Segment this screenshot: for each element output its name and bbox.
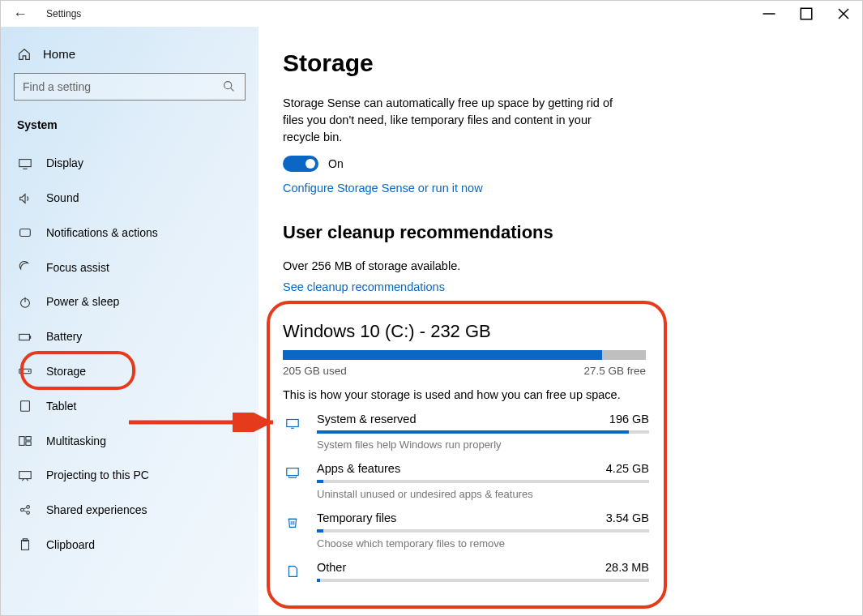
sidebar-item-label: Clipboard [46, 538, 95, 551]
category-size: 28.3 MB [605, 561, 649, 574]
category-apps-features[interactable]: Apps & features4.25 GB Uninstall unused … [283, 462, 649, 500]
back-button[interactable]: ← [1, 1, 40, 27]
sidebar-item-shared-experiences[interactable]: Shared experiences [14, 493, 246, 528]
sidebar-item-label: Storage [46, 365, 86, 378]
svg-line-5 [231, 88, 234, 92]
category-name: Temporary files [317, 511, 396, 524]
sidebar-item-clipboard[interactable]: Clipboard [14, 527, 246, 562]
sidebar-item-home[interactable]: Home [14, 41, 246, 73]
svg-rect-15 [21, 401, 30, 412]
sidebar-item-label: Multitasking [46, 434, 106, 447]
svg-rect-8 [20, 229, 31, 237]
cleanup-heading: User cleanup recommendations [283, 222, 833, 243]
sidebar-item-label: Power & sleep [46, 295, 119, 308]
close-button[interactable] [825, 1, 862, 27]
svg-rect-27 [287, 420, 298, 427]
sidebar-item-label: Shared experiences [46, 503, 147, 516]
sidebar-item-sound[interactable]: Sound [14, 181, 246, 216]
svg-point-20 [21, 509, 24, 512]
category-size: 4.25 GB [606, 462, 649, 475]
multitasking-icon [17, 433, 33, 448]
svg-rect-1 [801, 8, 812, 19]
category-system-reserved[interactable]: System & reserved196 GB System files hel… [283, 413, 649, 451]
sidebar-section-label: System [14, 115, 246, 146]
configure-storage-sense-link[interactable]: Configure Storage Sense or run it now [283, 182, 833, 195]
sidebar-item-label: Projecting to this PC [46, 468, 149, 481]
svg-rect-19 [19, 471, 31, 478]
svg-point-22 [27, 511, 30, 515]
sidebar-item-focus-assist[interactable]: Focus assist [14, 250, 246, 284]
power-icon [17, 294, 33, 310]
svg-rect-11 [19, 334, 30, 340]
apps-icon [283, 462, 302, 481]
sidebar-item-label: Sound [46, 191, 79, 204]
search-input[interactable]: Find a setting [14, 73, 246, 101]
sidebar-item-label: Focus assist [46, 261, 109, 274]
svg-rect-17 [26, 437, 31, 441]
titlebar: ← Settings [1, 1, 862, 27]
search-icon [222, 79, 237, 94]
category-hint: Uninstall unused or undesired apps & fea… [317, 488, 649, 500]
sidebar-item-storage[interactable]: Storage [14, 354, 246, 389]
focus-assist-icon [17, 259, 33, 275]
category-hint: Choose which temporary files to remove [317, 537, 649, 550]
sidebar-item-battery[interactable]: Battery [14, 319, 246, 354]
tablet-icon [17, 398, 33, 413]
svg-rect-12 [29, 336, 31, 339]
storage-sense-toggle[interactable] [283, 156, 318, 172]
clipboard-icon [17, 537, 33, 552]
sidebar-item-label: Notifications & actions [46, 226, 158, 239]
svg-point-21 [27, 506, 30, 509]
svg-rect-18 [26, 442, 31, 446]
maximize-button[interactable] [788, 1, 825, 27]
svg-rect-6 [19, 159, 31, 166]
search-placeholder: Find a setting [23, 80, 91, 93]
svg-rect-16 [19, 437, 24, 446]
system-icon [283, 413, 302, 431]
trash-icon [283, 511, 302, 530]
sound-icon [17, 190, 33, 206]
sidebar-item-notifications[interactable]: Notifications & actions [14, 216, 246, 250]
sidebar-item-label: Battery [46, 330, 82, 343]
notifications-icon [17, 225, 33, 241]
minimize-button[interactable] [750, 1, 788, 27]
used-label: 205 GB used [283, 365, 347, 377]
storage-sense-description: Storage Sense can automatically free up … [283, 95, 631, 146]
page-title: Storage [283, 49, 833, 77]
sidebar-item-multitasking[interactable]: Multitasking [14, 423, 246, 458]
sidebar-item-display[interactable]: Display [14, 146, 246, 181]
window-title: Settings [46, 8, 81, 19]
how-storage-used-text: This is how your storage is used and how… [283, 388, 833, 401]
sidebar-item-power-sleep[interactable]: Power & sleep [14, 284, 246, 319]
sidebar-item-projecting[interactable]: Projecting to this PC [14, 458, 246, 493]
sidebar: Home Find a setting System Display Sound… [1, 27, 258, 615]
drive-usage-bar [283, 350, 646, 360]
storage-icon [17, 364, 33, 379]
category-temporary-files[interactable]: Temporary files3.54 GB Choose which temp… [283, 511, 649, 550]
other-icon [283, 561, 302, 580]
category-name: Other [317, 561, 346, 574]
sidebar-item-tablet[interactable]: Tablet [14, 388, 246, 423]
category-hint: System files help Windows run properly [317, 438, 649, 451]
projecting-icon [17, 468, 33, 483]
svg-line-24 [23, 511, 27, 512]
svg-rect-29 [287, 468, 298, 476]
see-cleanup-link[interactable]: See cleanup recommendations [283, 280, 833, 293]
svg-point-14 [28, 370, 30, 372]
category-size: 196 GB [609, 413, 649, 426]
sidebar-item-label: Home [43, 47, 75, 61]
category-size: 3.54 GB [606, 511, 649, 524]
shared-icon [17, 503, 33, 518]
category-name: Apps & features [317, 462, 400, 475]
category-name: System & reserved [317, 413, 417, 426]
sidebar-item-label: Display [46, 156, 83, 169]
svg-rect-25 [22, 541, 29, 550]
drive-title: Windows 10 (C:) - 232 GB [283, 321, 833, 342]
drive-usage-fill [283, 350, 602, 360]
svg-line-23 [23, 508, 27, 510]
home-icon [17, 46, 32, 62]
category-other[interactable]: Other28.3 MB [283, 561, 649, 582]
toggle-label: On [328, 157, 344, 170]
battery-icon [17, 329, 33, 344]
free-label: 27.5 GB free [583, 365, 646, 377]
